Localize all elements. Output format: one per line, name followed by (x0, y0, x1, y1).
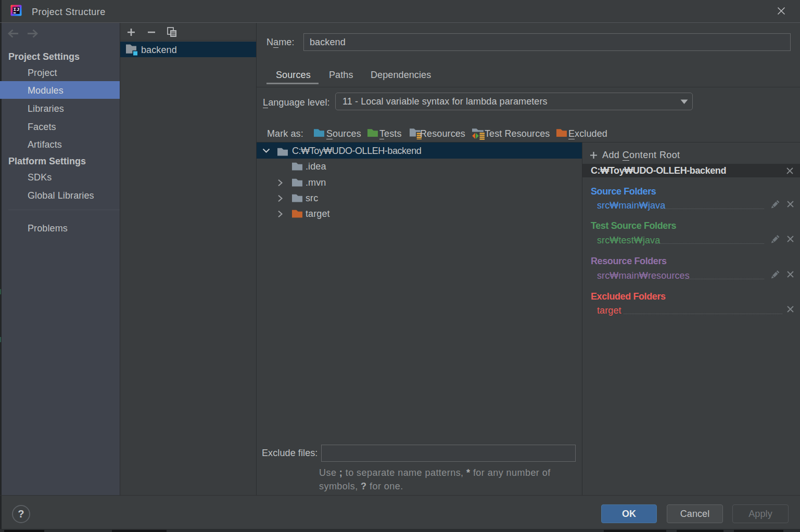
svg-text:IJ: IJ (14, 7, 20, 12)
